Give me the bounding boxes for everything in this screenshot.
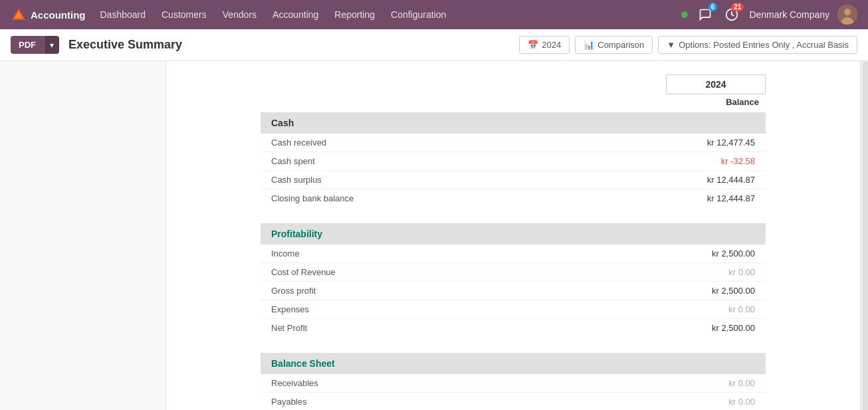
app-logo[interactable]: Accounting <box>11 7 86 23</box>
row-value: kr 0.00 <box>675 378 755 388</box>
table-row[interactable]: Cash receivedkr 12,477.45 <box>261 134 766 152</box>
nav-configuration[interactable]: Configuration <box>384 5 453 24</box>
scrollbar-thumb[interactable] <box>863 61 868 410</box>
topnav-right: 6 21 Denmark Company <box>681 5 857 25</box>
pdf-button-group: PDF ▾ <box>11 36 59 54</box>
table-row[interactable]: Incomekr 2,500.00 <box>261 245 766 263</box>
nav-customers[interactable]: Customers <box>155 5 213 24</box>
row-value: kr 2,500.00 <box>675 249 755 258</box>
row-label: Closing bank balance <box>271 193 354 203</box>
table-row[interactable]: Receivableskr 0.00 <box>261 374 766 393</box>
sidebar-left <box>0 61 166 410</box>
row-value: kr 2,500.00 <box>675 323 755 333</box>
report-sections: CashCash receivedkr 12,477.45Cash spentk… <box>261 112 766 410</box>
row-value: kr 0.00 <box>675 397 755 407</box>
content-area: 2024 Balance CashCash receivedkr 12,477.… <box>166 61 860 410</box>
options-button[interactable]: ▼ Options: Posted Entries Only , Accrual… <box>658 36 857 54</box>
row-value: kr 12,444.87 <box>675 175 755 185</box>
comparison-label: Comparison <box>597 40 644 50</box>
section-balance-sheet: Balance SheetReceivableskr 0.00Payablesk… <box>261 353 766 410</box>
balance-label: Balance <box>666 94 766 110</box>
section-profitability: ProfitabilityIncomekr 2,500.00Cost of Re… <box>261 223 766 337</box>
top-navigation: Accounting Dashboard Customers Vendors A… <box>0 0 868 29</box>
year-filter-label: 2024 <box>542 40 561 50</box>
table-row[interactable]: Cost of Revenuekr 0.00 <box>261 263 766 282</box>
year-filter-button[interactable]: 📅 2024 <box>519 36 570 54</box>
section-header-balance-sheet: Balance Sheet <box>261 353 766 374</box>
row-value: kr 12,444.87 <box>675 193 755 203</box>
year-cell: 2024 <box>666 74 766 94</box>
filter-icon: ▼ <box>667 40 675 50</box>
nav-dashboard[interactable]: Dashboard <box>94 5 153 24</box>
balance-header: Balance <box>261 94 766 110</box>
row-value: kr 12,477.45 <box>675 138 755 148</box>
row-label: Payables <box>271 397 306 407</box>
row-value: kr 2,500.00 <box>675 286 755 296</box>
row-value: kr 0.00 <box>675 267 755 277</box>
row-label: Cash surplus <box>271 175 322 185</box>
messages-badge: 6 <box>708 3 718 11</box>
nav-vendors[interactable]: Vendors <box>216 5 263 24</box>
section-header-profitability: Profitability <box>261 223 766 245</box>
table-row[interactable]: Gross profitkr 2,500.00 <box>261 282 766 300</box>
report-container: 2024 Balance CashCash receivedkr 12,477.… <box>247 74 779 410</box>
status-indicator <box>681 11 688 18</box>
chart-icon: 📊 <box>584 40 594 50</box>
nav-reporting[interactable]: Reporting <box>328 5 381 24</box>
nav-accounting[interactable]: Accounting <box>266 5 325 24</box>
row-label: Expenses <box>271 304 309 314</box>
toolbar: PDF ▾ Executive Summary 📅 2024 📊 Compari… <box>0 29 868 61</box>
row-label: Income <box>271 249 300 258</box>
table-row[interactable]: Cash surpluskr 12,444.87 <box>261 171 766 189</box>
row-value: kr 0.00 <box>675 304 755 314</box>
company-name[interactable]: Denmark Company <box>749 9 829 20</box>
page-title: Executive Summary <box>68 38 182 52</box>
app-logo-text: Accounting <box>31 9 86 21</box>
row-label: Cash spent <box>271 156 315 166</box>
table-row[interactable]: Closing bank balancekr 12,444.87 <box>261 189 766 207</box>
section-header-cash: Cash <box>261 112 766 134</box>
row-value: kr -32.58 <box>675 156 755 166</box>
table-row[interactable]: Payableskr 0.00 <box>261 393 766 410</box>
calendar-icon: 📅 <box>528 40 538 50</box>
row-label: Cost of Revenue <box>271 267 336 277</box>
row-label: Cash received <box>271 138 326 148</box>
svg-point-4 <box>844 9 851 15</box>
main-area: 2024 Balance CashCash receivedkr 12,477.… <box>0 61 868 410</box>
options-label: Options: Posted Entries Only , Accrual B… <box>679 40 849 50</box>
comparison-button[interactable]: 📊 Comparison <box>575 36 653 54</box>
app-logo-icon <box>11 7 27 23</box>
row-label: Receivables <box>271 378 318 388</box>
table-row[interactable]: Expenseskr 0.00 <box>261 300 766 319</box>
table-row[interactable]: Net Profitkr 2,500.00 <box>261 319 766 337</box>
scrollbar-track[interactable] <box>860 61 868 410</box>
section-cash: CashCash receivedkr 12,477.45Cash spentk… <box>261 112 766 207</box>
table-row[interactable]: Cash spentkr -32.58 <box>261 152 766 171</box>
row-label: Gross profit <box>271 286 316 296</box>
pdf-caret-button[interactable]: ▾ <box>44 36 59 54</box>
pdf-main-button[interactable]: PDF <box>11 36 44 54</box>
activity-badge: 21 <box>731 3 744 11</box>
row-label: Net Profit <box>271 323 307 333</box>
user-avatar[interactable] <box>837 5 857 25</box>
messages-button[interactable]: 6 <box>696 5 714 24</box>
activity-button[interactable]: 21 <box>722 5 741 24</box>
report-year-header: 2024 <box>261 74 766 94</box>
toolbar-controls: 📅 2024 📊 Comparison ▼ Options: Posted En… <box>519 36 857 54</box>
avatar-icon <box>837 5 857 25</box>
